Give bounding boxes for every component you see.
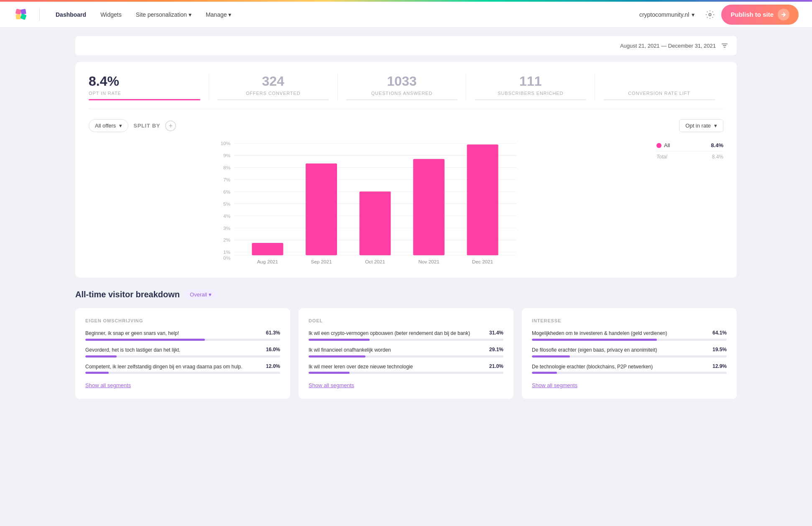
svg-rect-2 xyxy=(15,14,21,19)
legend-all-label: All xyxy=(664,142,670,148)
svg-text:Aug 2021: Aug 2021 xyxy=(257,259,278,264)
card-title-interesse: INTERESSE xyxy=(532,318,727,323)
svg-text:Dec 2021: Dec 2021 xyxy=(472,259,493,264)
show-all-segments-eigen[interactable]: Show all segments xyxy=(85,382,131,388)
segment-value: 29.1% xyxy=(489,347,503,352)
inactive-indicator xyxy=(475,99,586,100)
svg-text:6%: 6% xyxy=(223,189,231,194)
domain-selector[interactable]: cryptocommunity.nl ▾ xyxy=(635,9,699,20)
metric-subscribers-enriched[interactable]: 111 SUBSCRIBERS ENRICHED xyxy=(466,74,595,100)
segment-label: De technologie erachter (blockchains, P2… xyxy=(532,363,712,370)
segment-row: De filosofie erachter (eigen baas, priva… xyxy=(532,347,727,354)
progress-bar-fill xyxy=(85,372,109,374)
svg-text:2%: 2% xyxy=(223,237,231,243)
segment-row: De technologie erachter (blockchains, P2… xyxy=(532,363,727,370)
opt-in-rate-label: OPT IN RATE xyxy=(89,91,200,96)
legend-all-item: All 8.4% xyxy=(656,142,723,148)
offers-converted-label: OFFERS CONVERTED xyxy=(217,91,329,96)
settings-icon[interactable] xyxy=(705,10,715,19)
publish-label: Publish to site xyxy=(730,11,774,18)
svg-point-4 xyxy=(709,13,712,16)
bar-dec2021 xyxy=(467,144,498,255)
questions-answered-label: QUESTIONS ANSWERED xyxy=(346,91,458,96)
nav-widgets[interactable]: Widgets xyxy=(94,8,128,21)
breakdown-cards: EIGEN OMSCHRIJVING Beginner, ik snap er … xyxy=(75,308,737,399)
segment-value: 12.9% xyxy=(712,363,727,369)
progress-bar-bg xyxy=(532,372,727,374)
segment-label: Mogelijkheden om te investeren & handele… xyxy=(532,330,712,337)
subscribers-enriched-label: SUBSCRIBERS ENRICHED xyxy=(475,91,586,96)
metric-opt-in-rate[interactable]: 8.4% OPT IN RATE xyxy=(89,74,209,100)
segment-item: De technologie erachter (blockchains, P2… xyxy=(532,363,727,374)
metric-offers-converted[interactable]: 324 OFFERS CONVERTED xyxy=(209,74,338,100)
segment-item: Gevorderd, het is toch lastiger dan het … xyxy=(85,347,280,357)
segment-row: Ik wil financieel onafhankelijk worden 2… xyxy=(309,347,503,354)
segment-label: Ik wil financieel onafhankelijk worden xyxy=(309,347,489,354)
svg-text:1%: 1% xyxy=(223,249,231,255)
segment-item: Ik wil financieel onafhankelijk worden 2… xyxy=(309,347,503,357)
chevron-down-icon: ▾ xyxy=(209,291,212,298)
breakdown-title: All-time visitor breakdown xyxy=(75,290,180,299)
svg-text:Sep 2021: Sep 2021 xyxy=(311,259,332,264)
breakdown-card-doel: DOEL Ik wil een crypto-vermogen opbouwen… xyxy=(299,308,513,399)
publish-to-site-button[interactable]: Publish to site xyxy=(721,5,799,25)
segment-value: 12.0% xyxy=(266,363,280,369)
legend-dot xyxy=(656,143,661,148)
progress-bar-fill xyxy=(532,372,557,374)
segment-row: Competent, ik leer zelfstandig dingen bi… xyxy=(85,363,280,370)
filter-icon[interactable] xyxy=(721,42,728,49)
show-all-segments-doel[interactable]: Show all segments xyxy=(309,382,354,388)
all-offers-label: All offers xyxy=(95,123,116,129)
segment-label: Ik wil een crypto-vermogen opbouwen (bet… xyxy=(309,330,489,337)
metric-questions-answered[interactable]: 1033 QUESTIONS ANSWERED xyxy=(338,74,467,100)
publish-arrow-icon xyxy=(778,9,789,20)
legend-total-value: 8.4% xyxy=(712,154,723,160)
progress-bar-bg xyxy=(309,355,503,357)
chart-legend: All 8.4% Total 8.4% xyxy=(656,139,723,266)
stats-card: 8.4% OPT IN RATE 324 OFFERS CONVERTED 10… xyxy=(75,62,737,278)
segment-item: Competent, ik leer zelfstandig dingen bi… xyxy=(85,363,280,374)
overall-dropdown[interactable]: Overall ▾ xyxy=(185,289,217,300)
chevron-down-icon: ▾ xyxy=(228,11,231,18)
nav-dashboard[interactable]: Dashboard xyxy=(50,8,92,21)
segment-value: 16.0% xyxy=(266,347,280,352)
svg-rect-3 xyxy=(20,13,26,20)
svg-text:10%: 10% xyxy=(220,140,230,146)
segment-value: 61.3% xyxy=(266,330,280,336)
logo-area xyxy=(13,7,29,23)
header-right: cryptocommunity.nl ▾ Publish to site xyxy=(635,5,799,25)
progress-bar-fill xyxy=(309,355,365,357)
chevron-down-icon: ▾ xyxy=(692,11,695,18)
svg-text:3%: 3% xyxy=(223,225,231,231)
svg-text:7%: 7% xyxy=(223,177,231,182)
progress-bar-bg xyxy=(85,355,280,357)
legend-all-value: 8.4% xyxy=(711,142,723,148)
nav-site-personalization[interactable]: Site personalization ▾ xyxy=(130,8,197,21)
card-title-doel: DOEL xyxy=(309,318,503,323)
legend-divider xyxy=(656,151,723,151)
svg-rect-1 xyxy=(20,9,26,15)
metric-selector[interactable]: Opt in rate ▾ xyxy=(679,119,723,132)
nav-manage[interactable]: Manage ▾ xyxy=(200,8,237,21)
all-offers-dropdown[interactable]: All offers ▾ xyxy=(89,119,128,132)
conversion-rate-lift-value xyxy=(603,74,715,89)
progress-bar-fill xyxy=(309,372,350,374)
date-range: August 21, 2021 — December 31, 2021 xyxy=(620,43,716,49)
conversion-rate-lift-label: CONVERSION RATE LIFT xyxy=(603,91,715,96)
add-split-button[interactable]: + xyxy=(165,120,176,131)
segment-value: 21.0% xyxy=(489,363,503,369)
segment-row: Ik wil een crypto-vermogen opbouwen (bet… xyxy=(309,330,503,337)
inactive-indicator xyxy=(217,99,329,100)
opt-in-rate-value: 8.4% xyxy=(89,74,200,89)
active-indicator xyxy=(89,99,200,100)
bar-oct2021 xyxy=(360,192,391,255)
svg-text:4%: 4% xyxy=(223,213,231,219)
progress-bar-bg xyxy=(532,339,727,341)
nav-items: Dashboard Widgets Site personalization ▾… xyxy=(50,8,635,21)
metric-conversion-rate-lift[interactable]: CONVERSION RATE LIFT xyxy=(595,74,723,100)
show-all-segments-interesse[interactable]: Show all segments xyxy=(532,382,577,388)
chevron-down-icon: ▾ xyxy=(189,11,192,18)
svg-text:9%: 9% xyxy=(223,153,231,158)
chevron-down-icon: ▾ xyxy=(714,123,717,129)
progress-bar-fill xyxy=(532,355,570,357)
